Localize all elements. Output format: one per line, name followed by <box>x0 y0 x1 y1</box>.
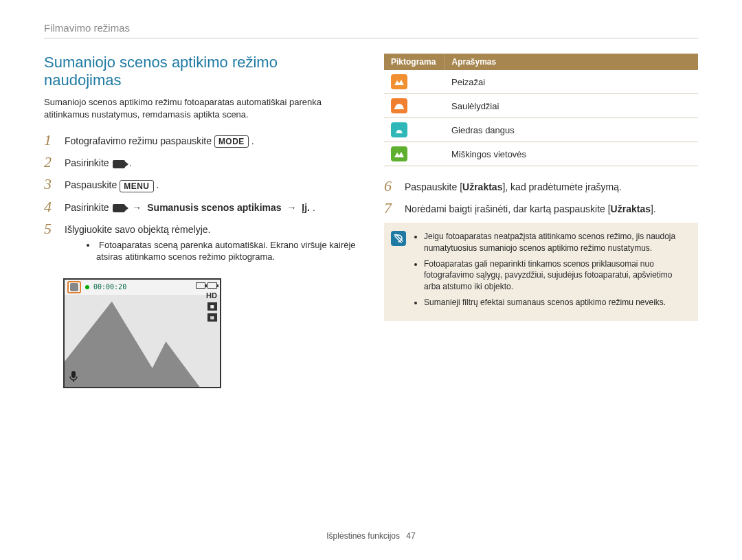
step-text: . <box>129 157 132 168</box>
scene-badge-icon <box>67 281 81 293</box>
note-box: Jeigu fotoaparatas neatpažįsta atitinkam… <box>384 223 698 321</box>
table-cell: Peizažai <box>445 70 698 94</box>
timecode: 00:00:20 <box>93 283 126 291</box>
subnote-item: Fotoaparatas sceną parenka automatiškai.… <box>87 239 358 263</box>
mode-button-chip: MODE <box>214 135 249 148</box>
battery-icon <box>196 282 205 289</box>
table-cell: Miškingos vietovės <box>445 142 698 166</box>
record-dot-icon <box>85 285 89 289</box>
page-footer: Išplėstinės funkcijos 47 <box>0 531 742 541</box>
step-number: 5 <box>44 221 56 236</box>
svg-rect-1 <box>394 108 404 109</box>
mountains-illustration <box>65 295 220 387</box>
step-2: 2 Pasirinkite . <box>44 155 358 170</box>
note-item: Sumanieji filtrų efektai sumanaus scenos… <box>424 297 688 309</box>
clear-sky-icon <box>391 122 407 137</box>
breadcrumb: Filmavimo režimas <box>44 22 698 34</box>
step-bold: Įj. <box>302 202 310 213</box>
step-bold: Sumanusis scenos aptikimas <box>147 202 281 213</box>
step-text: Fotografavimo režimu paspauskite <box>65 135 214 146</box>
step-3: 3 Paspauskite MENU . <box>44 177 358 192</box>
table-row: Miškingos vietovės <box>384 142 698 166</box>
step-number: 6 <box>384 179 396 194</box>
shutter-label: Užraktas <box>611 203 651 214</box>
step-text: . <box>156 179 159 190</box>
table-row: Giedras dangus <box>384 118 698 142</box>
table-cell: Saulėlydžiai <box>445 94 698 118</box>
arrow-icon: → <box>132 202 142 213</box>
step-text: Norėdami baigti įrašinėti, dar kartą pas… <box>405 203 611 214</box>
video-icon <box>113 160 125 168</box>
step-text: . <box>313 202 315 213</box>
pictogram-table: Piktograma Aprašymas Peizažai Saulėlydži… <box>384 54 698 166</box>
camera-preview: 00:00:20 HD ▦ ▤ <box>63 278 221 388</box>
intro-text: Sumaniojo scenos aptikimo režimu fotoapa… <box>44 96 358 120</box>
table-row: Peizažai <box>384 70 698 94</box>
step-number: 2 <box>44 155 56 170</box>
landscape-icon <box>391 74 407 89</box>
svg-rect-2 <box>396 133 403 133</box>
divider <box>44 38 698 38</box>
step-text: ]. <box>651 203 656 214</box>
step-subnote: Fotoaparatas sceną parenka automatiškai.… <box>87 239 358 263</box>
step-6: 6 Paspauskite [Užraktas], kad pradėtumėt… <box>384 179 698 194</box>
battery-icon <box>207 282 217 289</box>
video-icon <box>113 204 125 212</box>
note-icon <box>391 231 406 246</box>
forest-icon <box>391 146 407 161</box>
step-1: 1 Fotografavimo režimu paspauskite MODE … <box>44 133 358 148</box>
step-7: 7 Norėdami baigti įrašinėti, dar kartą p… <box>384 201 698 216</box>
sunset-icon <box>391 98 407 113</box>
microphone-icon <box>69 370 78 383</box>
footer-section: Išplėstinės funkcijos <box>326 531 400 541</box>
step-text: . <box>251 135 254 146</box>
step-number: 3 <box>44 177 56 192</box>
shutter-label: Užraktas <box>462 181 502 192</box>
table-header: Aprašymas <box>445 54 698 70</box>
step-text: Paspauskite <box>65 179 120 190</box>
page-number: 47 <box>406 531 415 541</box>
svg-rect-0 <box>71 371 76 378</box>
menu-button-chip: MENU <box>120 180 153 192</box>
step-text: Pasirinkite <box>65 202 111 213</box>
step-number: 1 <box>44 133 56 148</box>
step-text: Išlygiuokite savo objektą rėmelyje. <box>65 224 210 235</box>
step-4: 4 Pasirinkite → Sumanusis scenos aptikim… <box>44 199 358 214</box>
step-5: 5 Išlygiuokite savo objektą rėmelyje. Fo… <box>44 221 358 271</box>
table-cell: Giedras dangus <box>445 118 698 142</box>
step-text: ], kad pradėtumėte įrašymą. <box>502 181 622 192</box>
note-item: Jeigu fotoaparatas neatpažįsta atitinkam… <box>424 231 688 254</box>
step-text: Paspauskite [ <box>405 181 462 192</box>
page-title: Sumaniojo scenos aptikimo režimo naudoji… <box>44 54 358 89</box>
table-row: Saulėlydžiai <box>384 94 698 118</box>
step-number: 4 <box>44 199 56 214</box>
table-header: Piktograma <box>384 54 445 70</box>
note-item: Fotoaparatas gali neparinkti tinkamos sc… <box>424 258 688 293</box>
arrow-icon: → <box>286 202 296 213</box>
step-number: 7 <box>384 201 396 216</box>
step-text: Pasirinkite <box>65 157 111 168</box>
